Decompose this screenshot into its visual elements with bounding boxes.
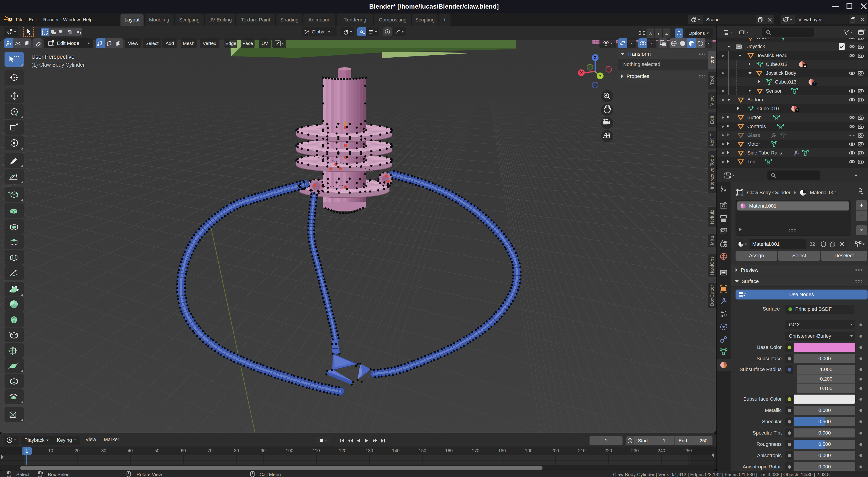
svg-text:Y: Y (599, 74, 601, 78)
svg-text:4: 4 (804, 64, 806, 68)
svg-text:4: 4 (813, 81, 815, 86)
svg-text:X: X (580, 71, 583, 75)
svg-text:Z: Z (594, 56, 596, 60)
svg-text:2: 2 (796, 108, 798, 112)
